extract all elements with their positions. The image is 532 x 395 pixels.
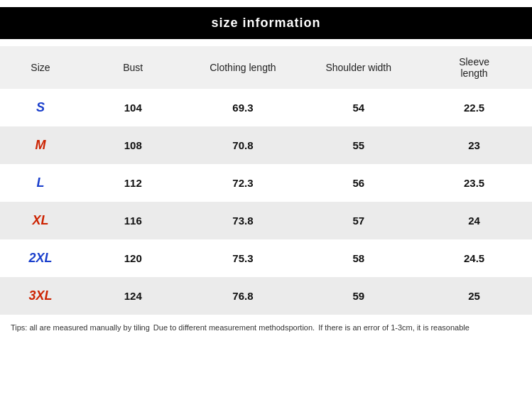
cell-bust: 108 xyxy=(81,126,185,164)
page-wrapper: size information Size Bust Clothing leng… xyxy=(0,0,532,348)
cell-bust: 124 xyxy=(81,277,185,315)
col-header-size: Size xyxy=(0,46,81,89)
cell-bust: 120 xyxy=(81,239,185,277)
cell-sleeve-length: 22.5 xyxy=(416,89,532,126)
col-header-clothing-length: Clothing length xyxy=(185,46,301,89)
cell-clothing-length: 70.8 xyxy=(185,126,301,164)
cell-sleeve-length: 24.5 xyxy=(416,239,532,277)
cell-size: XL xyxy=(0,202,81,239)
tips-text3: If there is an error of 1-3cm, it is rea… xyxy=(318,322,469,334)
cell-shoulder-width: 54 xyxy=(300,89,416,126)
cell-clothing-length: 72.3 xyxy=(185,164,301,202)
size-label: XL xyxy=(32,213,48,227)
table-header-row: Size Bust Clothing length Shoulder width… xyxy=(0,46,532,89)
cell-shoulder-width: 58 xyxy=(300,239,416,277)
size-label: S xyxy=(36,100,45,114)
table-row: L11272.35623.5 xyxy=(0,164,532,202)
cell-sleeve-length: 23 xyxy=(416,126,532,164)
cell-shoulder-width: 59 xyxy=(300,277,416,315)
cell-shoulder-width: 55 xyxy=(300,126,416,164)
tips-text2: Due to different measurement methodsport… xyxy=(153,322,315,334)
cell-bust: 104 xyxy=(81,89,185,126)
size-label: M xyxy=(35,138,45,152)
table-row: 2XL12075.35824.5 xyxy=(0,239,532,277)
cell-clothing-length: 73.8 xyxy=(185,202,301,239)
col-header-shoulder-width: Shoulder width xyxy=(300,46,416,89)
cell-size: 2XL xyxy=(0,239,81,277)
cell-bust: 112 xyxy=(81,164,185,202)
col-header-bust: Bust xyxy=(81,46,185,89)
tips-text1: Tips: all are measured manually by tilin… xyxy=(11,322,150,334)
col-header-sleeve-length: Sleevelength xyxy=(416,46,532,89)
table-row: 3XL12476.85925 xyxy=(0,277,532,315)
size-label: L xyxy=(36,175,44,190)
cell-size: 3XL xyxy=(0,277,81,315)
cell-clothing-length: 76.8 xyxy=(185,277,301,315)
cell-bust: 116 xyxy=(81,202,185,239)
table-row: S10469.35422.5 xyxy=(0,89,532,126)
table-row: M10870.85523 xyxy=(0,126,532,164)
header-bar: size information xyxy=(0,7,532,39)
cell-size: M xyxy=(0,126,81,164)
cell-sleeve-length: 25 xyxy=(416,277,532,315)
size-label: 3XL xyxy=(28,288,52,303)
size-table: Size Bust Clothing length Shoulder width… xyxy=(0,46,532,315)
cell-shoulder-width: 56 xyxy=(300,164,416,202)
cell-clothing-length: 69.3 xyxy=(185,89,301,126)
cell-sleeve-length: 24 xyxy=(416,202,532,239)
cell-shoulder-width: 57 xyxy=(300,202,416,239)
tips-section: Tips: all are measured manually by tilin… xyxy=(0,315,532,341)
size-label: 2XL xyxy=(28,251,52,265)
cell-clothing-length: 75.3 xyxy=(185,239,301,277)
table-row: XL11673.85724 xyxy=(0,202,532,239)
cell-size: S xyxy=(0,89,81,126)
header-title: size information xyxy=(211,16,320,30)
cell-sleeve-length: 23.5 xyxy=(416,164,532,202)
cell-size: L xyxy=(0,164,81,202)
